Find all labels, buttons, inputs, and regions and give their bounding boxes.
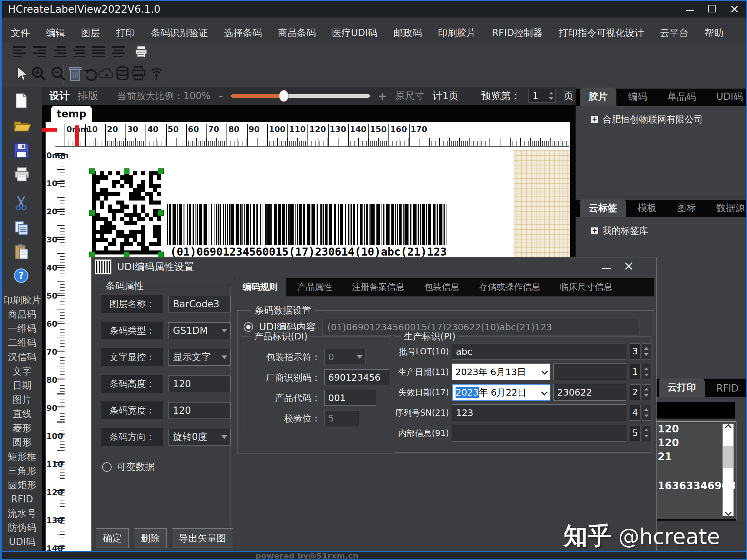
variable-data-radio[interactable] — [102, 462, 112, 472]
cut-icon[interactable] — [13, 195, 31, 212]
original-size-button[interactable]: 原尺寸 — [395, 89, 425, 102]
tool-list-item[interactable]: 商品码 — [2, 307, 42, 322]
company-tree-item[interactable]: 合肥恒创物联网有限公司 — [603, 113, 703, 125]
scroll-down-icon[interactable] — [725, 509, 731, 516]
menu-item[interactable]: 条码识别验证 — [151, 27, 208, 39]
serial-order-box[interactable]: 4 — [630, 405, 640, 421]
barcode-height-input[interactable]: 120 — [168, 376, 231, 392]
maximize-button[interactable] — [708, 5, 716, 12]
selection-handle[interactable] — [124, 168, 129, 174]
panel-tab[interactable]: 模板 — [629, 199, 665, 217]
expiry-date-order-box[interactable]: 2 — [630, 384, 640, 400]
tool-list-item[interactable]: 圆形 — [2, 435, 42, 450]
zoom-slider-thumb[interactable] — [279, 90, 289, 102]
scrollbar[interactable] — [723, 424, 734, 516]
expiry-date-extra-field[interactable]: 230622 — [553, 384, 626, 401]
internal-info-input[interactable] — [452, 425, 626, 442]
linear-barcode[interactable]: (01)06901234560015(17)230614(10)abc(21)1… — [167, 204, 450, 258]
selection-handle[interactable] — [158, 252, 164, 257]
barcode-type-select[interactable]: GS1DM — [168, 322, 231, 339]
export-vector-button[interactable]: 导出矢量图 — [172, 528, 233, 548]
printer-icon[interactable] — [131, 66, 147, 82]
label-library-tree-item[interactable]: 我的标签库 — [603, 225, 648, 237]
selection-handle[interactable] — [89, 168, 95, 174]
dialog-tab[interactable]: 注册备案信息 — [343, 277, 413, 296]
tool-list-item[interactable]: UDI码 — [2, 535, 42, 549]
zoom-in-icon[interactable] — [31, 66, 47, 82]
dialog-tab[interactable]: 临床尺寸信息 — [551, 277, 621, 296]
menu-item[interactable]: 邮政码 — [394, 27, 422, 39]
company-prefix-input[interactable]: 690123456 — [324, 369, 389, 385]
menu-item[interactable]: 帮助 — [704, 27, 723, 39]
menu-item[interactable]: 选择条码 — [224, 27, 262, 39]
align-left-icon[interactable] — [12, 46, 27, 58]
tool-list-item[interactable]: 菱形 — [2, 421, 42, 435]
selection-handle[interactable] — [158, 168, 164, 174]
dialog-tab[interactable]: 编码规则 — [234, 277, 286, 296]
barcode-direction-select[interactable]: 旋转0度 — [168, 429, 231, 446]
menu-item[interactable]: 商品条码 — [278, 27, 316, 39]
tool-list-item[interactable]: RFID — [2, 492, 42, 506]
production-date-extra-field[interactable] — [553, 363, 626, 380]
check-digit-input[interactable]: 5 — [324, 410, 359, 426]
dialog-title-bar[interactable]: UDI编码属性设置 × — [92, 257, 656, 276]
zoom-minus-button[interactable]: - — [218, 90, 223, 102]
undo-icon[interactable] — [83, 66, 99, 82]
tool-list-item[interactable]: 流水号 — [2, 506, 42, 521]
panel-tab[interactable]: UDI码 — [708, 88, 747, 106]
rfid-antenna-icon[interactable] — [148, 66, 164, 82]
tool-list-item[interactable]: 图片 — [2, 393, 42, 407]
menu-item[interactable]: RFID控制器 — [492, 27, 543, 39]
layer-name-input[interactable]: BarCode3 — [168, 296, 231, 312]
database-icon[interactable] — [115, 66, 131, 82]
text-display-select[interactable]: 显示文字 — [168, 349, 231, 366]
new-file-button[interactable] — [13, 92, 31, 109]
production-date-order-box[interactable]: 1 — [630, 364, 640, 380]
menu-item[interactable]: 打印指令可视化设计 — [558, 27, 644, 39]
panel-tab[interactable]: 图标 — [668, 199, 705, 217]
menu-item[interactable]: 印刷胶片 — [438, 27, 476, 39]
menu-item[interactable]: 编辑 — [46, 27, 65, 39]
panel-tab[interactable]: 编码 — [619, 88, 656, 106]
page-number-value[interactable]: 1 — [529, 91, 547, 101]
tool-list-item[interactable]: 日期 — [2, 378, 42, 393]
justify-icon[interactable] — [91, 46, 106, 58]
close-button[interactable]: × — [729, 5, 739, 12]
page-number-input[interactable]: 1 — [529, 89, 556, 103]
tool-list-item[interactable]: 二维码 — [2, 336, 42, 350]
internal-order-box[interactable]: 5 — [630, 425, 640, 441]
selection-handle[interactable] — [89, 210, 95, 216]
dialog-close-icon[interactable]: × — [623, 260, 634, 271]
dialog-tab[interactable]: 产品属性 — [289, 277, 341, 296]
tool-list-item[interactable]: 矩形框 — [2, 450, 42, 464]
udi-content-field[interactable]: (01)06901234560015(17)230622(10)abc(21)1… — [322, 319, 639, 335]
serial-spinner[interactable] — [642, 405, 651, 421]
selection-handle[interactable] — [158, 210, 164, 216]
package-indicator-select[interactable]: 0 — [324, 349, 366, 365]
datamatrix-barcode[interactable] — [92, 171, 161, 254]
lot-input[interactable]: abc — [452, 343, 626, 360]
minimize-button[interactable] — [686, 10, 694, 11]
panel-tab[interactable]: 云打印 — [659, 378, 705, 397]
serial-number-input[interactable]: 123 — [452, 404, 626, 421]
align-center-icon[interactable] — [111, 46, 125, 58]
save-button[interactable] — [13, 142, 31, 160]
delete-icon[interactable] — [68, 66, 84, 82]
tool-list-item[interactable]: 防伪码 — [2, 521, 42, 535]
scroll-up-icon[interactable] — [725, 424, 731, 431]
dialog-minimize-button[interactable] — [602, 268, 611, 269]
panel-tab[interactable]: 云标签 — [580, 199, 626, 217]
lot-spinner[interactable] — [642, 343, 651, 359]
expiry-date-spinner[interactable] — [642, 384, 651, 400]
expand-icon[interactable]: + — [591, 116, 598, 123]
tool-list-item[interactable]: 汉信码 — [2, 350, 42, 364]
barcode-width-input[interactable]: 120 — [168, 402, 231, 419]
page-spinner[interactable] — [547, 89, 555, 102]
selected-year[interactable]: 2023 — [456, 387, 479, 398]
dialog-tab[interactable]: 包装信息 — [415, 277, 468, 296]
tool-list-item[interactable]: 一维码 — [2, 322, 42, 336]
product-code-input[interactable]: 001 — [324, 390, 376, 406]
expiry-date-picker[interactable]: 2023年 6月22日 — [452, 384, 550, 401]
scrollbar-thumb[interactable] — [723, 446, 733, 468]
panel-tab[interactable]: RFID — [708, 380, 747, 397]
